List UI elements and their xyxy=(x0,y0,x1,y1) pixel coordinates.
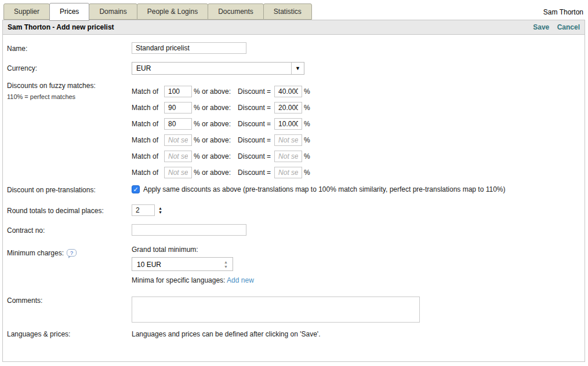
languages-info-text: Languages and prices can be defined afte… xyxy=(132,330,320,338)
add-new-link[interactable]: Add new xyxy=(227,276,254,284)
tab-bar: Supplier Prices Domains People & Logins … xyxy=(3,3,311,20)
currency-select[interactable]: EUR ▼ xyxy=(132,62,304,75)
contract-label: Contract no: xyxy=(7,226,45,235)
select-stepper-icon[interactable]: ▲ ▼ xyxy=(224,260,228,269)
discount-equals-label: Discount = xyxy=(238,120,271,128)
match-of-label: Match of xyxy=(132,120,161,128)
pretranslations-row: ✓ Apply same discounts as above (pre-tra… xyxy=(132,185,572,193)
match-input-6[interactable] xyxy=(164,167,192,178)
or-above-label: % or above: xyxy=(194,136,231,144)
tab-prices[interactable]: Prices xyxy=(49,3,89,21)
tab-documents[interactable]: Documents xyxy=(208,3,264,20)
or-above-label: % or above: xyxy=(194,120,231,128)
or-above-label: % or above: xyxy=(194,104,231,112)
match-input-3[interactable] xyxy=(164,118,192,130)
percent-label: % xyxy=(304,152,310,160)
grand-total-label: Grand total minimum: xyxy=(132,246,198,254)
match-input-4[interactable] xyxy=(164,134,192,146)
down-arrow-icon[interactable]: ▼ xyxy=(158,210,162,214)
discount-equals-label: Discount = xyxy=(238,104,271,112)
tab-people-logins[interactable]: People & Logins xyxy=(137,3,208,20)
pretranslations-checkbox-text: Apply same discounts as above (pre-trans… xyxy=(143,185,506,193)
discount-input-3[interactable] xyxy=(274,118,302,130)
checkbox-checked-icon[interactable]: ✓ xyxy=(132,185,140,193)
match-of-label: Match of xyxy=(132,136,161,144)
match-input-2[interactable] xyxy=(164,102,192,114)
pretranslations-label: Discount on pre-translations: xyxy=(7,186,96,194)
tab-supplier[interactable]: Supplier xyxy=(3,3,50,20)
or-above-label: % or above: xyxy=(194,87,231,96)
header-actions: Save Cancel xyxy=(527,23,580,31)
discount-input-6[interactable] xyxy=(274,167,302,178)
discount-equals-label: Discount = xyxy=(238,87,271,96)
name-input[interactable] xyxy=(132,42,246,54)
help-icon[interactable]: ? xyxy=(67,249,77,257)
rounding-stepper[interactable]: ▲ ▼ xyxy=(158,206,162,214)
or-above-label: % or above: xyxy=(194,152,231,160)
discount-input-4[interactable] xyxy=(274,134,302,146)
contract-input[interactable] xyxy=(132,224,246,236)
grand-total-select[interactable]: 10 EUR ▲ ▼ xyxy=(132,257,233,271)
minima-label: Minima for specific languages: xyxy=(132,276,225,284)
rounding-field: ▲ ▼ xyxy=(132,204,162,216)
discount-equals-label: Discount = xyxy=(238,152,271,160)
fuzzy-row-1: Match of % or above: Discount = % xyxy=(132,83,310,100)
percent-label: % xyxy=(304,136,310,144)
page-title: Sam Thorton - Add new pricelist xyxy=(8,23,114,31)
match-of-label: Match of xyxy=(132,104,161,112)
match-of-label: Match of xyxy=(132,87,161,96)
match-input-5[interactable] xyxy=(164,151,192,162)
grand-total-value: 10 EUR xyxy=(137,261,161,269)
match-input-1[interactable] xyxy=(164,86,192,97)
percent-label: % xyxy=(304,87,310,96)
match-of-label: Match of xyxy=(132,152,161,160)
currency-value: EUR xyxy=(132,63,291,74)
fuzzy-rows: Match of % or above: Discount = % Match … xyxy=(132,83,310,181)
fuzzy-row-4: Match of % or above: Discount = % xyxy=(132,132,310,148)
form-content: Name: Currency: EUR ▼ Discounts on fuzzy… xyxy=(2,35,585,362)
or-above-label: % or above: xyxy=(194,169,231,177)
up-arrow-icon[interactable]: ▲ xyxy=(158,206,162,210)
discount-input-1[interactable] xyxy=(274,86,302,97)
save-button[interactable]: Save xyxy=(533,23,549,31)
rounding-label: Round totals to decimal places: xyxy=(7,207,104,215)
languages-label: Languages & prices: xyxy=(7,330,70,338)
match-of-label: Match of xyxy=(132,169,161,177)
fuzzy-note: 110% = perfect matches xyxy=(7,93,75,100)
discount-input-5[interactable] xyxy=(274,151,302,162)
fuzzy-label: Discounts on fuzzy matches: xyxy=(7,82,96,90)
comments-textarea[interactable] xyxy=(132,297,420,323)
up-arrow-icon: ▲ xyxy=(224,260,228,265)
tab-domains[interactable]: Domains xyxy=(89,3,137,20)
logged-in-user: Sam Thorton xyxy=(543,8,583,16)
page-header: Sam Thorton - Add new pricelist Save Can… xyxy=(2,20,585,35)
discount-equals-label: Discount = xyxy=(238,169,271,177)
cancel-button[interactable]: Cancel xyxy=(557,23,580,31)
discount-input-2[interactable] xyxy=(274,102,302,114)
down-arrow-icon: ▼ xyxy=(224,265,228,269)
discount-equals-label: Discount = xyxy=(238,136,271,144)
fuzzy-row-3: Match of % or above: Discount = % xyxy=(132,116,310,132)
rounding-input[interactable] xyxy=(132,204,155,216)
tab-statistics[interactable]: Statistics xyxy=(263,3,312,20)
percent-label: % xyxy=(304,120,310,128)
comments-label: Comments: xyxy=(7,297,42,305)
page: Supplier Prices Domains People & Logins … xyxy=(0,0,588,366)
fuzzy-row-2: Match of % or above: Discount = % xyxy=(132,100,310,116)
minima-row: Minima for specific languages: Add new xyxy=(132,276,254,284)
minimum-charges-label: Minimum charges:? xyxy=(7,249,77,257)
fuzzy-row-6: Match of % or above: Discount = % xyxy=(132,164,310,181)
percent-label: % xyxy=(304,169,310,177)
currency-label: Currency: xyxy=(7,64,37,72)
minimum-charges-label-text: Minimum charges: xyxy=(7,249,64,257)
chevron-down-icon[interactable]: ▼ xyxy=(291,63,304,74)
name-label: Name: xyxy=(7,45,27,53)
fuzzy-row-5: Match of % or above: Discount = % xyxy=(132,148,310,164)
percent-label: % xyxy=(304,104,310,112)
